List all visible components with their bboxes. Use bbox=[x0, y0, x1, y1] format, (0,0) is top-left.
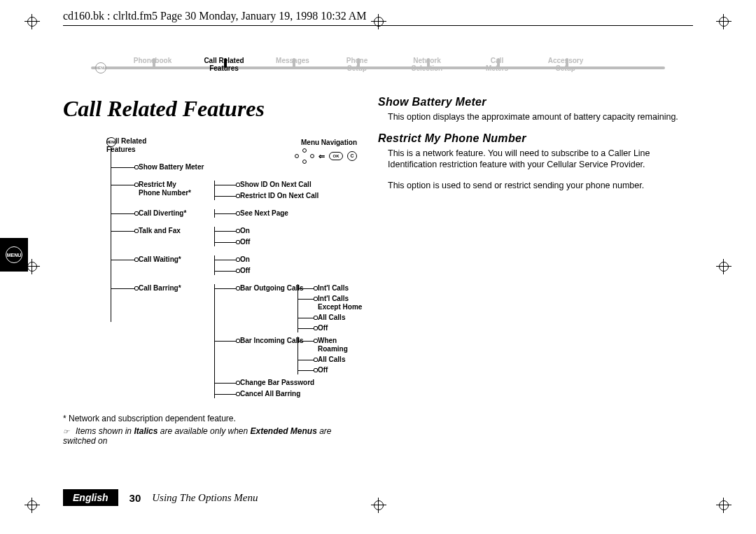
nav-item: Phonebook bbox=[134, 57, 172, 64]
tree-subitem: See Next Page bbox=[215, 209, 364, 218]
menu-icon: MENU bbox=[95, 62, 106, 73]
tree-subitem: On bbox=[215, 255, 364, 264]
arrow-left-icon: ⇐ bbox=[318, 152, 325, 160]
section-paragraph: This option is used to send or restrict … bbox=[388, 180, 693, 191]
section-heading: Restrict My Phone Number bbox=[378, 132, 693, 145]
tree-subitem: Change Bar Password bbox=[215, 379, 364, 387]
tree-subsubitem: Int'l Calls bbox=[298, 284, 364, 293]
breadcrumb-pipe: MENU Phonebook Call Related Features Mes… bbox=[91, 57, 665, 80]
crop-mark-icon bbox=[716, 498, 732, 513]
crop-mark-icon bbox=[24, 498, 40, 513]
tree-subsubitem: All Calls bbox=[298, 356, 364, 364]
page-footer: English 30 Using The Options Menu bbox=[63, 489, 258, 506]
tree-subsubitem: All Calls bbox=[298, 314, 364, 322]
menu-root-icon: MENU bbox=[106, 137, 116, 147]
ok-key-icon: OK bbox=[329, 152, 343, 160]
tree-subitem: Restrict ID On Next Call bbox=[215, 192, 364, 200]
tree-subitem: Cancel All Barring bbox=[215, 390, 364, 398]
hand-icon: ☞ bbox=[63, 428, 76, 435]
page-number: 30 bbox=[130, 492, 141, 504]
tree-subitem: On bbox=[215, 227, 364, 235]
nav-item-active: Call Related Features bbox=[204, 57, 244, 72]
nav-item: Call Meters bbox=[486, 57, 508, 72]
menu-tree: Menu Navigation ⇐ OK C MENU Call Related… bbox=[63, 137, 364, 398]
page-title: Call Related Features bbox=[63, 96, 364, 122]
nav-item: Messages bbox=[276, 57, 309, 64]
tree-subsubitem: Off bbox=[298, 324, 364, 332]
section-heading: Show Battery Meter bbox=[378, 96, 693, 108]
tree-subsubitem: Off bbox=[298, 366, 364, 374]
menu-navigation-label: Menu Navigation bbox=[301, 139, 357, 147]
tree-subitem: Show ID On Next Call bbox=[215, 181, 364, 189]
crop-mark-icon bbox=[716, 259, 732, 274]
language-badge: English bbox=[63, 489, 118, 506]
crop-mark-icon bbox=[716, 14, 732, 29]
crop-mark-icon bbox=[24, 14, 40, 29]
footnote-1: * Network and subscription dependent fea… bbox=[63, 414, 364, 423]
dpad-icon bbox=[295, 150, 314, 162]
footnote-2: ☞Items shown in Italics are available on… bbox=[63, 426, 364, 446]
tree-subitem: Off bbox=[215, 267, 364, 275]
nav-item: Accessory Setup bbox=[548, 57, 584, 72]
tree-subitem: Off bbox=[215, 238, 364, 246]
footnotes: * Network and subscription dependent fea… bbox=[63, 414, 364, 446]
nav-item: Phone Setup bbox=[346, 57, 368, 72]
side-tab-menu-icon: MENU bbox=[0, 238, 28, 272]
tree-subsubitem: When Roaming bbox=[298, 337, 364, 353]
menu-icon: MENU bbox=[6, 246, 22, 263]
section-paragraph: This option displays the approximate amo… bbox=[388, 111, 693, 122]
tree-item: Show Battery Meter bbox=[111, 163, 364, 171]
footer-section-title: Using The Options Menu bbox=[152, 492, 258, 504]
frame-header: cd160.bk : clrltd.fm5 Page 30 Monday, Ja… bbox=[63, 6, 693, 26]
tree-subsubitem: Int'l Calls Except Home bbox=[298, 295, 364, 311]
navigation-keys: ⇐ OK C bbox=[295, 150, 357, 162]
c-key-icon: C bbox=[347, 151, 357, 161]
section-paragraph: This is a network feature. You will need… bbox=[388, 148, 693, 170]
nav-item: Network Selection bbox=[412, 57, 442, 72]
